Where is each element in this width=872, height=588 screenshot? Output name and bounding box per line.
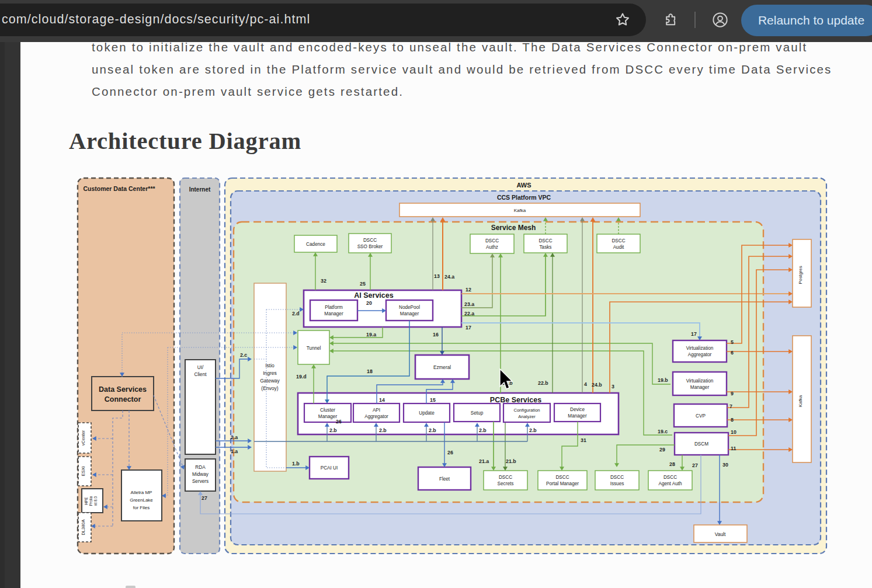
svg-text:Connector: Connector (105, 395, 141, 403)
svg-text:Postgres: Postgres (798, 266, 803, 284)
svg-text:12: 12 (465, 287, 471, 293)
svg-text:22.b: 22.b (538, 380, 548, 386)
svg-text:Manager: Manager (690, 385, 710, 390)
svg-text:Client: Client (194, 372, 207, 377)
svg-text:Alletra MP: Alletra MP (131, 490, 152, 495)
svg-text:Authz: Authz (486, 245, 498, 250)
svg-text:19.b: 19.b (658, 377, 668, 383)
svg-text:Setup: Setup (471, 410, 484, 416)
svg-text:29: 29 (659, 447, 665, 453)
svg-text:Manager: Manager (318, 414, 338, 419)
svg-text:Update: Update (419, 410, 435, 416)
svg-text:27: 27 (692, 462, 698, 468)
svg-text:Device: Device (570, 407, 585, 412)
svg-text:18: 18 (367, 368, 373, 374)
svg-text:10: 10 (731, 429, 736, 435)
svg-text:11: 11 (731, 446, 736, 451)
svg-text:20: 20 (366, 300, 372, 306)
svg-text:SSO Broker: SSO Broker (357, 244, 383, 249)
svg-text:Tasks: Tasks (540, 245, 552, 250)
svg-text:2.b: 2.b (329, 427, 337, 433)
svg-text:PCAI UI: PCAI UI (321, 465, 338, 471)
svg-text:DSCC: DSCC (499, 475, 512, 480)
svg-text:DSCM: DSCM (694, 441, 708, 447)
svg-text:16: 16 (433, 332, 439, 338)
svg-text:NodePool: NodePool (399, 305, 420, 310)
svg-text:6: 6 (731, 350, 734, 356)
svg-text:2.a: 2.a (231, 434, 238, 440)
svg-text:Cadence: Cadence (306, 242, 325, 247)
svg-text:Audit: Audit (613, 245, 624, 250)
svg-text:8: 8 (731, 417, 734, 423)
svg-text:24.a: 24.a (444, 274, 454, 280)
svg-text:1.b: 1.b (292, 461, 300, 467)
svg-text:13: 13 (434, 273, 440, 279)
svg-text:19.d: 19.d (296, 374, 307, 380)
svg-text:22.a: 22.a (464, 311, 474, 316)
svg-text:14: 14 (379, 397, 385, 403)
svg-text:2.b: 2.b (479, 427, 487, 433)
svg-text:23.a: 23.a (464, 301, 474, 307)
svg-text:Customer Data Center***: Customer Data Center*** (83, 185, 155, 192)
svg-text:CCS Platform VPC: CCS Platform VPC (497, 194, 551, 201)
svg-text:for Files: for Files (133, 505, 150, 510)
svg-text:DSCC: DSCC (485, 238, 499, 243)
svg-text:Manager: Manager (568, 413, 587, 419)
svg-text:2.b: 2.b (429, 427, 436, 433)
svg-text:2.b: 2.b (379, 427, 387, 433)
svg-text:DSCC: DSCC (612, 238, 625, 243)
svg-text:2.d: 2.d (292, 311, 300, 316)
svg-text:Configuration: Configuration (513, 408, 540, 413)
svg-text:DSCC: DSCC (555, 475, 569, 480)
svg-text:Fleet: Fleet (439, 476, 450, 482)
svg-text:Portal Manager: Portal Manager (546, 481, 579, 486)
svg-text:Virtualization: Virtualization (686, 378, 714, 384)
svg-text:Servers: Servers (192, 479, 209, 484)
svg-text:Ingres: Ingres (263, 370, 277, 376)
svg-text:32: 32 (321, 278, 326, 284)
svg-text:CVP: CVP (696, 413, 706, 419)
svg-text:Secrets: Secrets (498, 481, 514, 486)
svg-text:Kafka: Kafka (514, 208, 526, 213)
svg-text:30: 30 (722, 462, 728, 468)
svg-text:24.b: 24.b (592, 382, 602, 388)
svg-text:Analyzer: Analyzer (518, 414, 536, 419)
svg-text:Vault: Vault (715, 531, 726, 537)
svg-text:ESXi: ESXi (81, 466, 86, 476)
svg-text:5: 5 (731, 339, 734, 345)
svg-text:Gateway: Gateway (260, 378, 280, 384)
svg-text:Virtualization: Virtualization (686, 346, 714, 351)
svg-text:(Envoy): (Envoy) (261, 385, 278, 391)
svg-text:Data Services: Data Services (99, 385, 147, 394)
svg-text:API: API (373, 408, 380, 413)
svg-text:AI Services: AI Services (354, 291, 393, 300)
svg-text:17: 17 (691, 331, 697, 337)
svg-text:Manager: Manager (324, 311, 343, 316)
svg-text:17: 17 (465, 325, 471, 330)
svg-text:Tunnel: Tunnel (307, 346, 321, 351)
svg-text:19.a: 19.a (366, 332, 376, 338)
svg-text:27: 27 (202, 495, 207, 501)
svg-text:AWS: AWS (516, 182, 531, 189)
svg-text:vCenter: vCenter (81, 430, 86, 446)
svg-text:2.b: 2.b (529, 427, 537, 433)
svg-text:RDA: RDA (195, 465, 206, 470)
svg-text:4: 4 (584, 381, 587, 387)
svg-text:nt 8.0: nt 8.0 (93, 496, 98, 506)
svg-text:2.c: 2.c (240, 352, 247, 358)
svg-text:21.b: 21.b (506, 458, 516, 464)
svg-text:GreenLake: GreenLake (130, 497, 153, 503)
svg-text:Service Mesh: Service Mesh (491, 224, 536, 232)
svg-text:Midway: Midway (192, 472, 209, 477)
svg-text:Internet: Internet (189, 186, 211, 193)
svg-text:1.a: 1.a (231, 448, 238, 454)
svg-text:26: 26 (336, 419, 342, 425)
svg-text:Agent Auth: Agent Auth (658, 481, 682, 486)
svg-text:DSCC: DSCC (363, 238, 377, 243)
svg-text:Aggregator: Aggregator (364, 414, 388, 419)
svg-text:DSCC: DSCC (663, 475, 677, 480)
svg-text:HPE: HPE (84, 497, 88, 505)
svg-text:Platform: Platform (325, 305, 343, 310)
svg-text:DSCC: DSCC (610, 475, 624, 480)
svg-text:Manager: Manager (400, 311, 419, 316)
